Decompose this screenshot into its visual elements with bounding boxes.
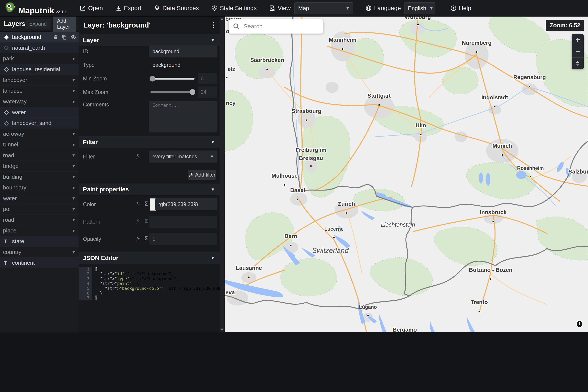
json-code-line: 1{ (79, 267, 220, 271)
menu-open[interactable]: Open (79, 5, 103, 12)
map-label: Regensburg (513, 74, 546, 80)
pattern-field[interactable] (149, 216, 217, 228)
city-dot (417, 24, 419, 26)
panel-divider (224, 16, 225, 332)
top-bar: Maputnik v2.1.1 OpenExportData SourcesSt… (0, 0, 588, 16)
zoom-in-button[interactable]: + (572, 34, 584, 46)
section-layer[interactable]: Layer ▼ (79, 34, 220, 46)
compass-button[interactable] (572, 58, 584, 69)
map-label: Stuttgart (367, 92, 391, 99)
layer-item-tunnel[interactable]: tunnel▼ (0, 139, 79, 150)
menu-style-settings[interactable]: Style Settings (211, 5, 257, 12)
zoom-function-icon[interactable]: Σ (144, 235, 148, 242)
layer-item-building[interactable]: building▼ (0, 172, 79, 182)
map-label: Breisgau (299, 155, 323, 161)
text-layer-icon: T (4, 260, 10, 266)
max-zoom-field[interactable] (198, 86, 217, 98)
layer-item-landcover[interactable]: landcover▼ (0, 74, 79, 85)
layer-item-place[interactable]: place▼ (0, 225, 79, 236)
chevron-down-icon: ▼ (72, 196, 76, 201)
add-layer-button[interactable]: Add Layer (53, 15, 76, 32)
diamond-icon (3, 120, 10, 126)
app-logo: Maputnik v2.1.1 (4, 1, 79, 15)
color-field[interactable] (155, 198, 217, 210)
comments-field[interactable] (149, 101, 217, 132)
language-select[interactable]: English▼ (404, 2, 435, 14)
layer-item-label: background (12, 34, 41, 40)
layer-item-natural_earth[interactable]: natural_earth (0, 42, 79, 53)
kebab-menu-icon[interactable] (213, 22, 214, 28)
chevron-down-icon: ▼ (72, 185, 76, 190)
layer-item-poi[interactable]: poi▼ (0, 204, 79, 214)
zoom-out-button[interactable]: − (572, 46, 584, 58)
add-filter-button[interactable]: Add filter (188, 170, 216, 180)
menu-data-sources[interactable]: Data Sources (154, 5, 199, 12)
data-sources-icon (154, 5, 160, 12)
city-dot (305, 119, 307, 121)
menu-export[interactable]: Export (115, 5, 141, 12)
layer-item-landuse[interactable]: landuse▼ (0, 85, 79, 96)
map-search-box[interactable] (229, 19, 323, 34)
map-label: Ingolstadt (481, 94, 508, 101)
search-icon (233, 23, 240, 30)
comments-label: Comments (83, 102, 109, 108)
section-paint[interactable]: Paint properties ▼ (79, 183, 220, 196)
min-zoom-slider[interactable] (150, 78, 195, 80)
chevron-down-icon: ▼ (210, 154, 214, 159)
opacity-field[interactable] (149, 233, 217, 245)
visibility-icon[interactable] (70, 34, 76, 40)
layer-item-bridge[interactable]: bridge▼ (0, 161, 79, 172)
map-canvas[interactable]: bourgocWürzburgMannheimNurembergSaarbrüc… (225, 16, 588, 332)
city-dot (284, 184, 286, 186)
layer-item-label: boundary (3, 184, 26, 191)
layer-list: backgroundnatural_earthpark▼landuse_resi… (0, 32, 79, 268)
fx-icon: fx (136, 218, 139, 224)
min-zoom-field[interactable] (198, 73, 217, 84)
editor-scrollbar[interactable] (220, 16, 224, 332)
filter-combinator-select[interactable]: every filter matches ▼ (149, 150, 217, 162)
chevron-down-icon: ▼ (429, 6, 433, 11)
layer-item-country[interactable]: country▼ (0, 247, 79, 258)
fx-icon[interactable]: fx (136, 236, 139, 241)
section-filter[interactable]: Filter ▼ (79, 136, 220, 148)
id-field[interactable] (149, 45, 217, 58)
layer-item-label: aeroway (3, 130, 24, 137)
layer-item-state[interactable]: Tstate (0, 236, 79, 247)
layers-panel-title: Layers (4, 20, 25, 28)
map-label: Bern (284, 233, 297, 239)
layer-item-boundary[interactable]: boundary▼ (0, 182, 79, 193)
scroll-up-icon[interactable] (220, 18, 224, 20)
layer-item-road[interactable]: road▼ (0, 214, 79, 225)
section-json-editor[interactable]: JSON Editor ▼ (79, 252, 220, 264)
city-dot (378, 104, 380, 106)
scroll-down-icon[interactable] (220, 328, 224, 331)
fx-icon[interactable]: fx (136, 153, 139, 159)
layer-item-water[interactable]: water (0, 107, 79, 118)
expand-button[interactable]: Expand (25, 19, 50, 29)
json-editor-code[interactable]: 1{2 "str">"id": "str">"background",3 "st… (79, 267, 220, 300)
layer-item-park[interactable]: park▼ (0, 53, 79, 64)
layer-item-waterway[interactable]: waterway▼ (0, 96, 79, 107)
fx-icon[interactable]: fx (136, 201, 139, 207)
attribution-info-button[interactable]: i (576, 320, 583, 328)
map-zoom-controls: + − (572, 34, 584, 69)
layer-item-background[interactable]: background (0, 32, 79, 42)
color-label: Color (83, 201, 96, 208)
zoom-function-icon[interactable]: Σ (144, 200, 148, 207)
layer-item-road[interactable]: road▼ (0, 150, 79, 161)
layer-item-landuse_residential[interactable]: landuse_residential (0, 64, 79, 74)
max-zoom-slider[interactable] (150, 91, 195, 93)
search-input[interactable] (243, 23, 315, 30)
layer-item-water[interactable]: water▼ (0, 193, 79, 204)
color-swatch[interactable] (150, 198, 156, 211)
map-label: Innsbruck (480, 209, 507, 216)
map-label: Lugano (359, 304, 377, 310)
layer-item-landcover_sand[interactable]: landcover_sand (0, 118, 79, 128)
duplicate-icon[interactable] (61, 34, 67, 40)
layer-item-continent[interactable]: Tcontinent (0, 258, 79, 268)
delete-icon[interactable] (53, 34, 58, 40)
view-select[interactable]: Map▼ (294, 2, 353, 14)
app-version: v2.1.1 (55, 10, 67, 14)
layer-item-aeroway[interactable]: aeroway▼ (0, 128, 79, 139)
help-menu[interactable]: ? Help (450, 5, 471, 12)
